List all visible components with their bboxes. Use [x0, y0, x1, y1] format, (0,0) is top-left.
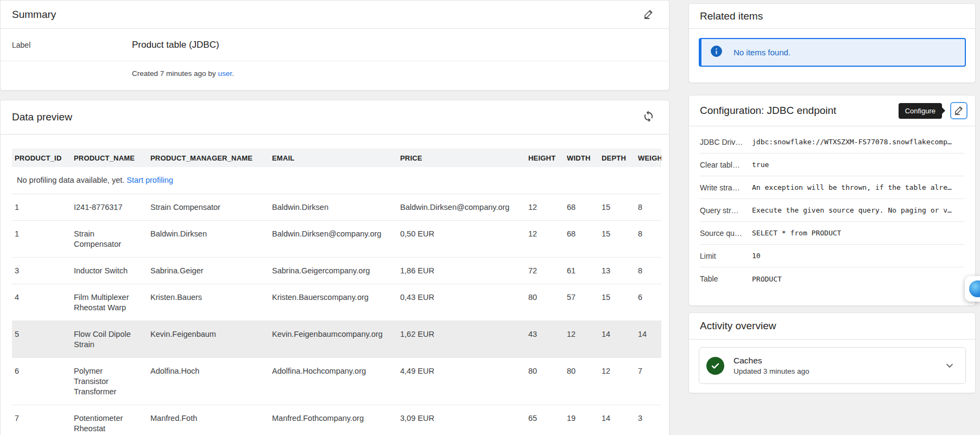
table-row[interactable]: 1 I241-8776317 Strain Compensator Baldwi…	[12, 194, 661, 221]
column-header: EMAIL	[269, 149, 397, 167]
column-header: WIDTH	[564, 149, 599, 167]
config-key: Write stra…	[700, 183, 752, 192]
config-value: jdbc:snowflake://WTXSZXM-FS77078.snowfla…	[752, 138, 952, 146]
table-cell: Sabrina.Geigercompany.org	[269, 258, 397, 284]
table-cell: 8	[635, 221, 661, 258]
table-cell: Kristen.Bauers	[148, 284, 269, 321]
table-cell: 4	[12, 284, 71, 321]
refresh-button[interactable]	[641, 109, 656, 125]
table-cell: Strain Compensator	[148, 194, 269, 221]
column-header: DEPTH	[599, 149, 635, 167]
configure-edit-button[interactable]	[952, 103, 966, 118]
activity-overview-title: Activity overview	[700, 320, 776, 332]
configuration-list: JDBC Driv… jdbc:snowflake://WTXSZXM-FS77…	[689, 126, 975, 290]
table-cell: Kevin.Feigenbaumcompany.org	[269, 321, 397, 358]
table-cell: 80	[526, 358, 564, 405]
table-row-highlighted[interactable]: 5 Flow Coil Dipole Strain Kevin.Feigenba…	[12, 321, 661, 358]
table-cell: Strain Compensator	[71, 221, 148, 258]
config-key: JDBC Driv…	[700, 138, 752, 146]
config-key: Limit	[700, 252, 752, 260]
table-cell: Baldwin.Dirksen	[269, 194, 397, 221]
configuration-card: Configuration: JDBC endpoint Configure J…	[688, 95, 976, 306]
table-cell: 1,62 EUR	[397, 321, 526, 358]
table-cell: 43	[526, 321, 564, 358]
configure-button-focus-ring	[950, 102, 968, 119]
table-row[interactable]: 1 Strain Compensator Baldwin.Dirksen Bal…	[12, 221, 661, 258]
table-cell: 5	[12, 321, 71, 358]
table-cell: 68	[564, 221, 599, 258]
table-cell: Baldwin.Dirksen@company.org	[269, 221, 397, 258]
table-cell: Baldwin.Dirksen@company.org	[397, 194, 526, 221]
table-cell: 14	[599, 405, 635, 435]
config-key: Clear tabl…	[700, 161, 752, 169]
profiling-notice-text: No profiling data available, yet.	[17, 176, 124, 184]
profiling-notice-row: No profiling data available, yet. Start …	[12, 167, 661, 194]
no-items-alert: No items found.	[699, 38, 966, 67]
column-header: WEIGHT	[635, 149, 661, 167]
table-row[interactable]: 7 Potentiometer Rheostat Manfred.Foth Ma…	[12, 405, 661, 435]
table-cell: 3,09 EUR	[397, 405, 526, 435]
summary-edit-button[interactable]	[642, 7, 656, 22]
pencil-icon	[643, 8, 655, 21]
config-key: Query str…	[700, 206, 752, 215]
config-value: An exception will be thrown, if the tabl…	[752, 183, 952, 191]
caches-accordion-item[interactable]: Caches Updated 3 minutes ago	[699, 347, 966, 384]
table-cell: 6	[635, 284, 661, 321]
refresh-icon	[642, 110, 655, 124]
column-header: PRODUCT_MANAGER_NAME	[148, 149, 269, 167]
created-suffix: .	[232, 69, 234, 78]
config-value: 10	[752, 252, 761, 260]
preview-table: PRODUCT_ID PRODUCT_NAME PRODUCT_MANAGER_…	[12, 149, 661, 435]
table-cell: 7	[12, 405, 71, 435]
summary-card: Summary Label Product table (JDBC) Creat…	[0, 0, 669, 91]
config-row: Source qu… SELECT * from PRODUCT	[700, 222, 964, 245]
config-key: Source qu…	[700, 229, 752, 238]
chat-widget-button[interactable]	[965, 276, 980, 302]
configuration-header: Configuration: JDBC endpoint Configure	[689, 95, 975, 126]
table-cell: Adolfina.Hochcompany.org	[269, 358, 397, 405]
column-header: HEIGHT	[526, 149, 564, 167]
table-cell: Manfred.Fothcompany.org	[269, 405, 397, 435]
data-preview-card: Data preview PRODUCT_ID PRODUCT_NAME PRO…	[0, 100, 669, 435]
table-cell: 15	[599, 284, 635, 321]
config-row: Clear tabl… true	[700, 153, 964, 176]
accordion-item-title: Caches	[734, 356, 810, 366]
table-cell: 1	[12, 194, 71, 221]
table-row[interactable]: 3 Inductor Switch Sabrina.Geiger Sabrina…	[12, 258, 661, 284]
table-row[interactable]: 4 Film Multiplexer Rheostat Warp Kristen…	[12, 284, 661, 321]
table-cell: Polymer Transistor Transformer	[71, 358, 148, 405]
table-cell: 8	[635, 194, 661, 221]
table-row[interactable]: 6 Polymer Transistor Transformer Adolfin…	[12, 358, 661, 405]
chat-sphere-icon	[969, 280, 980, 297]
data-preview-title: Data preview	[12, 111, 72, 123]
accordion-item-subtitle: Updated 3 minutes ago	[734, 367, 810, 375]
table-cell: 14	[635, 321, 661, 358]
table-cell: 7	[635, 358, 661, 405]
table-cell: 65	[526, 405, 564, 435]
summary-field-key: Label	[12, 41, 132, 49]
chevron-down-icon[interactable]	[944, 360, 956, 372]
column-header: PRICE	[397, 149, 526, 167]
summary-field-value: Product table (JDBC)	[132, 40, 219, 50]
table-cell: 12	[526, 221, 564, 258]
table-cell: 72	[526, 258, 564, 284]
table-cell: Sabrina.Geiger	[148, 258, 269, 284]
table-cell: Film Multiplexer Rheostat Warp	[71, 284, 148, 321]
table-cell: 57	[564, 284, 599, 321]
table-cell: 61	[564, 258, 599, 284]
table-cell: I241-8776317	[71, 194, 148, 221]
table-cell: 6	[12, 358, 71, 405]
table-header-row: PRODUCT_ID PRODUCT_NAME PRODUCT_MANAGER_…	[12, 149, 661, 167]
table-cell: 12	[599, 358, 635, 405]
created-user-link[interactable]: user	[218, 69, 232, 78]
preview-table-container: PRODUCT_ID PRODUCT_NAME PRODUCT_MANAGER_…	[12, 149, 661, 435]
start-profiling-link[interactable]: Start profiling	[127, 176, 173, 184]
table-cell: 19	[564, 405, 599, 435]
summary-header: Summary	[1, 1, 669, 29]
table-cell: 80	[526, 284, 564, 321]
table-cell: Baldwin.Dirksen	[148, 221, 269, 258]
pencil-icon	[953, 104, 965, 117]
column-header: PRODUCT_NAME	[71, 149, 148, 167]
table-cell: 12	[526, 194, 564, 221]
config-row: Query str… Execute the given source quer…	[700, 199, 964, 222]
